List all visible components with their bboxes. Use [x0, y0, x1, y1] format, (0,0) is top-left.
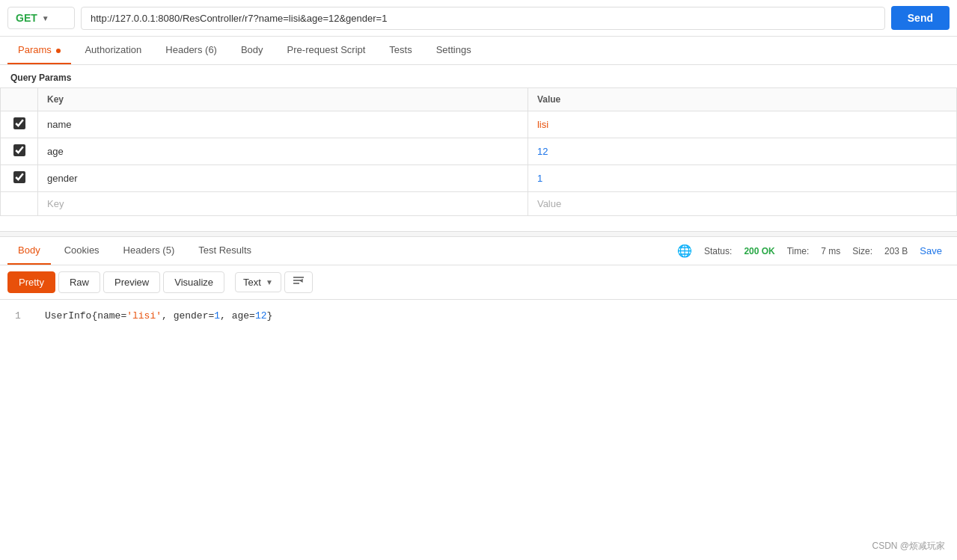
checkbox-cell-2[interactable]	[1, 138, 38, 165]
row3-key[interactable]: gender	[38, 165, 528, 192]
checkbox-cell-3[interactable]	[1, 165, 38, 192]
row1-value[interactable]: lisi	[528, 111, 956, 138]
method-chevron-icon: ▼	[42, 14, 49, 22]
response-status-bar: 🌐 Status: 200 OK Time: 7 ms Size: 203 B …	[677, 244, 950, 258]
time-value: 7 ms	[821, 246, 840, 256]
checkbox-cell-1[interactable]	[1, 111, 38, 138]
tab-body[interactable]: Body	[230, 37, 274, 64]
tab-authorization[interactable]: Authorization	[74, 37, 152, 64]
query-params-label: Query Params	[0, 65, 957, 87]
url-input[interactable]	[81, 7, 885, 30]
section-divider	[0, 231, 957, 237]
resp-tab-test-results[interactable]: Test Results	[188, 237, 262, 265]
url-bar: GET ▼ Send	[0, 0, 957, 37]
table-row: name lisi	[1, 111, 957, 138]
line-number-1: 1	[15, 310, 30, 321]
time-label: Time:	[787, 246, 810, 256]
view-pretty-button[interactable]: Pretty	[7, 271, 55, 293]
globe-icon: 🌐	[677, 244, 692, 258]
response-tabs-bar: Body Cookies Headers (5) Test Results 🌐 …	[0, 237, 957, 265]
send-button[interactable]: Send	[891, 6, 950, 30]
response-code-area: 1 UserInfo{name='lisi', gender=1, age=12…	[0, 300, 957, 332]
col-key: Key	[38, 88, 528, 111]
size-value: 203 B	[884, 246, 908, 256]
request-tabs: Params Authorization Headers (6) Body Pr…	[0, 37, 957, 65]
tab-prerequest[interactable]: Pre-request Script	[277, 37, 376, 64]
row2-value[interactable]: 12	[528, 138, 956, 165]
view-preview-button[interactable]: Preview	[103, 271, 160, 293]
resp-tab-body[interactable]: Body	[7, 237, 51, 265]
method-selector[interactable]: GET ▼	[7, 7, 75, 29]
format-chevron-icon: ▼	[266, 278, 273, 286]
table-row: age 12	[1, 138, 957, 165]
tab-headers[interactable]: Headers (6)	[155, 37, 227, 64]
wrap-icon-button[interactable]	[284, 271, 313, 293]
status-label: Status:	[704, 246, 732, 256]
col-checkbox	[1, 88, 38, 111]
row1-key[interactable]: name	[38, 111, 528, 138]
row3-checkbox[interactable]	[13, 171, 25, 183]
view-visualize-button[interactable]: Visualize	[163, 271, 224, 293]
format-label: Text	[243, 277, 261, 288]
row2-key[interactable]: age	[38, 138, 528, 165]
code-line-1: UserInfo{name='lisi', gender=1, age=12}	[45, 310, 272, 321]
params-dot	[56, 49, 61, 53]
wrap-icon	[293, 277, 305, 289]
tab-params[interactable]: Params	[7, 37, 71, 64]
table-row: gender 1	[1, 165, 957, 192]
resp-tab-cookies[interactable]: Cookies	[54, 237, 110, 265]
response-body-toolbar: Pretty Raw Preview Visualize Text ▼	[0, 265, 957, 300]
row1-checkbox[interactable]	[13, 117, 25, 129]
params-table: Key Value name lisi age 12 gender 1	[0, 87, 957, 216]
size-label: Size:	[852, 246, 872, 256]
table-row-empty: Key Value	[1, 192, 957, 216]
tab-settings[interactable]: Settings	[426, 37, 482, 64]
row3-value[interactable]: 1	[528, 165, 956, 192]
status-value: 200 OK	[744, 246, 774, 256]
row2-checkbox[interactable]	[13, 144, 25, 156]
tab-tests[interactable]: Tests	[379, 37, 422, 64]
method-label: GET	[16, 12, 37, 24]
checkbox-cell-4	[1, 192, 38, 216]
placeholder-value[interactable]: Value	[528, 192, 956, 216]
col-value: Value	[528, 88, 956, 111]
save-link[interactable]: Save	[920, 245, 942, 256]
view-raw-button[interactable]: Raw	[58, 271, 100, 293]
resp-tab-headers[interactable]: Headers (5)	[113, 237, 186, 265]
format-dropdown[interactable]: Text ▼	[235, 272, 281, 292]
placeholder-key[interactable]: Key	[38, 192, 528, 216]
